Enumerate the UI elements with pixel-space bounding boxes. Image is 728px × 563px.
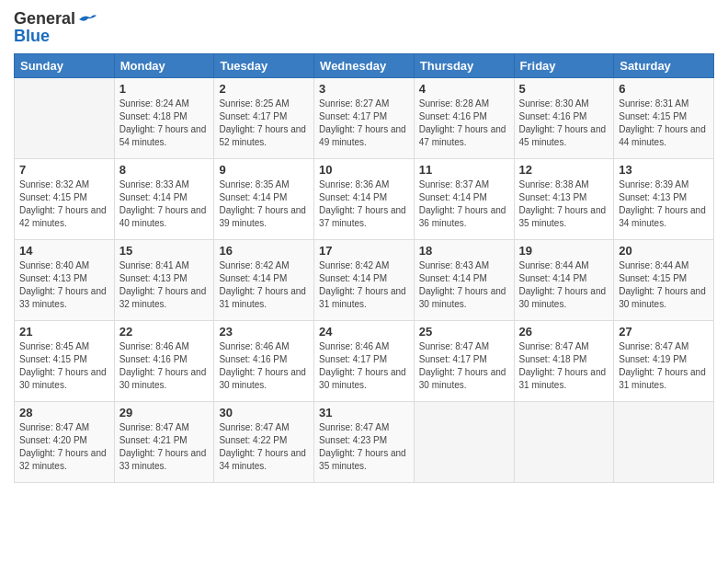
calendar-cell: 20 Sunrise: 8:44 AMSunset: 4:15 PMDaylig… [614,240,714,321]
calendar-cell: 18 Sunrise: 8:43 AMSunset: 4:14 PMDaylig… [414,240,514,321]
day-number: 28 [19,406,109,419]
logo-blue-text: Blue [14,27,50,46]
header: General Blue [14,9,714,46]
day-info: Sunrise: 8:37 AMSunset: 4:14 PMDaylight:… [419,179,506,228]
calendar-page: General Blue SundayMondayTuesdayWednesda… [0,0,728,563]
day-info: Sunrise: 8:47 AMSunset: 4:21 PMDaylight:… [119,422,207,471]
day-info: Sunrise: 8:46 AMSunset: 4:16 PMDaylight:… [219,341,306,390]
calendar-cell [15,78,115,159]
day-number: 7 [19,163,109,177]
day-number: 5 [519,82,609,96]
column-header-friday: Friday [514,54,614,78]
day-info: Sunrise: 8:40 AMSunset: 4:13 PMDaylight:… [19,260,107,309]
day-number: 9 [219,163,309,177]
column-header-wednesday: Wednesday [314,54,415,78]
day-number: 29 [119,406,210,419]
logo-general-text: General [14,9,75,29]
calendar-cell: 21 Sunrise: 8:45 AMSunset: 4:15 PMDaylig… [15,321,115,402]
day-info: Sunrise: 8:46 AMSunset: 4:16 PMDaylight:… [119,341,207,390]
day-info: Sunrise: 8:47 AMSunset: 4:22 PMDaylight:… [219,422,306,471]
calendar-cell: 30 Sunrise: 8:47 AMSunset: 4:22 PMDaylig… [214,402,314,483]
day-info: Sunrise: 8:47 AMSunset: 4:18 PMDaylight:… [519,341,607,390]
day-number: 21 [19,325,109,339]
day-info: Sunrise: 8:43 AMSunset: 4:14 PMDaylight:… [419,260,506,309]
day-info: Sunrise: 8:44 AMSunset: 4:15 PMDaylight:… [619,260,706,309]
day-number: 13 [619,163,709,177]
column-header-sunday: Sunday [15,54,115,78]
day-number: 12 [519,163,609,177]
day-number: 27 [619,325,709,339]
day-number: 14 [19,244,109,258]
day-number: 2 [219,82,309,96]
day-info: Sunrise: 8:42 AMSunset: 4:14 PMDaylight:… [319,260,406,309]
day-number: 23 [219,325,309,339]
calendar-cell: 10 Sunrise: 8:36 AMSunset: 4:14 PMDaylig… [314,159,415,240]
day-info: Sunrise: 8:25 AMSunset: 4:17 PMDaylight:… [219,98,306,147]
calendar-week-4: 21 Sunrise: 8:45 AMSunset: 4:15 PMDaylig… [15,321,714,402]
day-number: 8 [119,163,210,177]
day-number: 19 [519,244,609,258]
day-info: Sunrise: 8:32 AMSunset: 4:15 PMDaylight:… [19,179,107,228]
calendar-cell [614,402,714,483]
day-info: Sunrise: 8:47 AMSunset: 4:17 PMDaylight:… [419,341,506,390]
calendar-cell: 4 Sunrise: 8:28 AMSunset: 4:16 PMDayligh… [414,78,514,159]
calendar-cell: 31 Sunrise: 8:47 AMSunset: 4:23 PMDaylig… [314,402,415,483]
day-info: Sunrise: 8:47 AMSunset: 4:19 PMDaylight:… [619,341,706,390]
day-info: Sunrise: 8:47 AMSunset: 4:20 PMDaylight:… [19,422,107,471]
day-number: 30 [219,406,309,419]
calendar-cell: 17 Sunrise: 8:42 AMSunset: 4:14 PMDaylig… [314,240,415,321]
calendar-cell: 5 Sunrise: 8:30 AMSunset: 4:16 PMDayligh… [514,78,614,159]
day-number: 16 [219,244,309,258]
day-number: 10 [319,163,409,177]
day-info: Sunrise: 8:28 AMSunset: 4:16 PMDaylight:… [419,98,506,147]
day-number: 15 [119,244,210,258]
day-info: Sunrise: 8:39 AMSunset: 4:13 PMDaylight:… [619,179,706,228]
day-info: Sunrise: 8:44 AMSunset: 4:14 PMDaylight:… [519,260,607,309]
calendar-cell: 3 Sunrise: 8:27 AMSunset: 4:17 PMDayligh… [314,78,415,159]
calendar-table: SundayMondayTuesdayWednesdayThursdayFrid… [14,53,714,483]
day-info: Sunrise: 8:46 AMSunset: 4:17 PMDaylight:… [319,341,406,390]
column-header-monday: Monday [114,54,214,78]
day-number: 11 [419,163,509,177]
calendar-cell: 11 Sunrise: 8:37 AMSunset: 4:14 PMDaylig… [414,159,514,240]
day-info: Sunrise: 8:41 AMSunset: 4:13 PMDaylight:… [119,260,207,309]
day-number: 22 [119,325,210,339]
calendar-cell: 15 Sunrise: 8:41 AMSunset: 4:13 PMDaylig… [114,240,214,321]
day-info: Sunrise: 8:47 AMSunset: 4:23 PMDaylight:… [319,422,406,471]
calendar-cell: 22 Sunrise: 8:46 AMSunset: 4:16 PMDaylig… [114,321,214,402]
calendar-cell: 6 Sunrise: 8:31 AMSunset: 4:15 PMDayligh… [614,78,714,159]
calendar-cell [414,402,514,483]
day-number: 18 [419,244,509,258]
column-header-tuesday: Tuesday [214,54,314,78]
calendar-week-2: 7 Sunrise: 8:32 AMSunset: 4:15 PMDayligh… [15,159,714,240]
calendar-cell: 13 Sunrise: 8:39 AMSunset: 4:13 PMDaylig… [614,159,714,240]
calendar-week-3: 14 Sunrise: 8:40 AMSunset: 4:13 PMDaylig… [15,240,714,321]
calendar-cell: 19 Sunrise: 8:44 AMSunset: 4:14 PMDaylig… [514,240,614,321]
calendar-cell: 23 Sunrise: 8:46 AMSunset: 4:16 PMDaylig… [214,321,314,402]
day-number: 26 [519,325,609,339]
day-info: Sunrise: 8:24 AMSunset: 4:18 PMDaylight:… [119,98,207,147]
day-number: 25 [419,325,509,339]
logo: General Blue [14,9,97,46]
day-number: 3 [319,82,409,96]
day-number: 20 [619,244,709,258]
calendar-cell: 25 Sunrise: 8:47 AMSunset: 4:17 PMDaylig… [414,321,514,402]
day-number: 31 [319,406,409,419]
day-info: Sunrise: 8:35 AMSunset: 4:14 PMDaylight:… [219,179,306,228]
day-info: Sunrise: 8:33 AMSunset: 4:14 PMDaylight:… [119,179,207,228]
day-info: Sunrise: 8:36 AMSunset: 4:14 PMDaylight:… [319,179,406,228]
calendar-cell: 14 Sunrise: 8:40 AMSunset: 4:13 PMDaylig… [15,240,115,321]
calendar-cell: 7 Sunrise: 8:32 AMSunset: 4:15 PMDayligh… [15,159,115,240]
day-number: 17 [319,244,409,258]
calendar-cell: 28 Sunrise: 8:47 AMSunset: 4:20 PMDaylig… [15,402,115,483]
day-info: Sunrise: 8:38 AMSunset: 4:13 PMDaylight:… [519,179,607,228]
day-number: 6 [619,82,709,96]
logo-bird-icon [77,12,97,27]
calendar-cell: 1 Sunrise: 8:24 AMSunset: 4:18 PMDayligh… [114,78,214,159]
calendar-cell: 2 Sunrise: 8:25 AMSunset: 4:17 PMDayligh… [214,78,314,159]
day-info: Sunrise: 8:30 AMSunset: 4:16 PMDaylight:… [519,98,607,147]
calendar-cell: 8 Sunrise: 8:33 AMSunset: 4:14 PMDayligh… [114,159,214,240]
day-info: Sunrise: 8:31 AMSunset: 4:15 PMDaylight:… [619,98,706,147]
day-number: 1 [119,82,210,96]
calendar-cell: 9 Sunrise: 8:35 AMSunset: 4:14 PMDayligh… [214,159,314,240]
